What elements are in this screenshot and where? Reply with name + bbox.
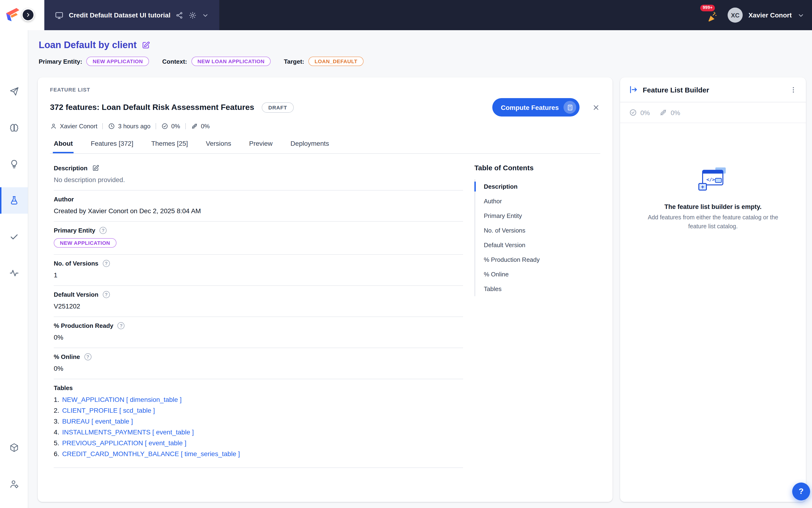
code-window-illustration: </> +	[695, 167, 730, 193]
workspace-title: Credit Default Dataset UI tutorial	[69, 11, 171, 19]
builder-online-stat: 0%	[659, 109, 680, 117]
notifications-button[interactable]: 999+	[704, 7, 720, 23]
section-default-version: Default Version ? V251202	[54, 286, 463, 317]
sidebar-bottom-group	[0, 434, 28, 508]
app-root: Credit Default Dataset UI tutorial 999+	[0, 0, 812, 508]
sidebar-item-approvals[interactable]	[0, 223, 28, 250]
chevron-right-icon	[25, 12, 31, 18]
tab-deployments[interactable]: Deployments	[289, 139, 330, 153]
online-label: % Online	[54, 353, 80, 361]
table-number: 2.	[54, 407, 59, 414]
table-link[interactable]: BUREAU [ event_table ]	[62, 417, 133, 425]
kebab-icon	[790, 86, 797, 94]
left-icon-sidebar	[0, 30, 28, 508]
divider	[102, 123, 103, 129]
table-link[interactable]: CREDIT_CARD_MONTHLY_BALANCE [ time_serie…	[62, 450, 240, 458]
help-tooltip-icon[interactable]: ?	[84, 353, 91, 361]
description-label: Description	[54, 164, 87, 171]
table-link[interactable]: PREVIOUS_APPLICATION [ event_table ]	[62, 439, 186, 447]
tab-preview[interactable]: Preview	[248, 139, 274, 153]
link-slash-icon	[191, 123, 198, 130]
primary-entity-value-pill[interactable]: NEW APPLICATION	[54, 238, 116, 248]
toc-item-description[interactable]: Description	[475, 179, 568, 194]
toc-item-versions[interactable]: No. of Versions	[475, 223, 568, 238]
cube-icon	[9, 442, 19, 453]
help-button[interactable]: ?	[792, 482, 810, 501]
table-link[interactable]: INSTALLMENTS_PAYMENTS [ event_table ]	[62, 428, 194, 436]
compute-features-button[interactable]: Compute Features	[492, 98, 580, 117]
sidebar-item-packages[interactable]	[0, 434, 28, 461]
table-number: 4.	[54, 428, 59, 436]
toc-title: Table of Contents	[475, 164, 568, 172]
compute-features-label: Compute Features	[501, 103, 559, 111]
user-name: Xavier Conort	[748, 11, 792, 19]
sidebar-item-ai[interactable]	[0, 115, 28, 141]
versions-label: No. of Versions	[54, 260, 98, 267]
primary-entity-pill[interactable]: NEW APPLICATION	[87, 56, 149, 66]
builder-header: Feature List Builder	[620, 77, 806, 102]
tables-list: 1.NEW_APPLICATION [ dimension_table ] 2.…	[54, 396, 463, 458]
topbar: Credit Default Dataset UI tutorial 999+	[0, 0, 812, 30]
online-value: 0%	[54, 365, 463, 372]
pencil-square-icon	[92, 164, 99, 172]
help-tooltip-icon[interactable]: ?	[102, 291, 109, 298]
help-tooltip-icon[interactable]: ?	[102, 260, 109, 267]
divider	[185, 123, 186, 129]
table-list-item: 1.NEW_APPLICATION [ dimension_table ]	[54, 396, 463, 403]
paper-plane-icon	[9, 86, 19, 97]
calculator-icon	[563, 101, 576, 114]
activity-icon	[9, 268, 19, 278]
tab-themes[interactable]: Themes [25]	[150, 139, 189, 153]
feature-list-title: 372 features: Loan Default Risk Assessme…	[50, 102, 254, 112]
builder-production-ready-value: 0%	[640, 109, 650, 116]
builder-online-value: 0%	[671, 109, 680, 116]
tab-features[interactable]: Features [372]	[90, 139, 134, 153]
page-title: Loan Default by client	[39, 40, 137, 50]
topbar-right-cluster: 999+ XC Xavier Conort	[704, 7, 812, 23]
context-pill[interactable]: NEW LOAN APPLICATION	[191, 56, 271, 66]
sidebar-expand-button[interactable]	[22, 8, 35, 21]
table-list-item: 2.CLIENT_PROFILE [ scd_table ]	[54, 407, 463, 414]
builder-menu-button[interactable]	[790, 86, 797, 94]
help-tooltip-icon[interactable]: ?	[118, 322, 125, 329]
close-panel-button[interactable]	[592, 103, 600, 112]
sidebar-item-explore[interactable]	[0, 78, 28, 105]
primary-entity-section-label: Primary Entity	[54, 227, 95, 234]
sidebar-item-monitoring[interactable]	[0, 260, 28, 286]
toc-item-online[interactable]: % Online	[475, 267, 568, 282]
table-link[interactable]: CLIENT_PROFILE [ scd_table ]	[62, 407, 155, 414]
builder-stats-row: 0% 0%	[620, 102, 806, 123]
edit-title-button[interactable]	[141, 41, 150, 49]
check-icon	[9, 231, 19, 242]
table-list-item: 4.INSTALLMENTS_PAYMENTS [ event_table ]	[54, 428, 463, 436]
builder-empty-title: The feature list builder is empty.	[640, 203, 786, 210]
flask-icon	[9, 195, 19, 206]
toc-item-production-ready[interactable]: % Production Ready	[475, 252, 568, 267]
edit-description-button[interactable]	[92, 164, 99, 172]
user-menu-chevron-down-icon[interactable]	[797, 11, 805, 18]
versions-value: 1	[54, 271, 463, 279]
settings-gear-button[interactable]	[189, 11, 197, 19]
table-link[interactable]: NEW_APPLICATION [ dimension_table ]	[62, 396, 182, 403]
main-content: Loan Default by client Primary Entity: N…	[28, 30, 812, 508]
workspace-chevron-down-icon[interactable]	[202, 11, 209, 18]
app-logo-icon[interactable]	[4, 7, 21, 22]
description-value: No description provided.	[54, 176, 463, 183]
sidebar-item-user-settings[interactable]	[0, 471, 28, 497]
sidebar-item-insights[interactable]	[0, 151, 28, 177]
toc-item-author[interactable]: Author	[475, 194, 568, 209]
production-ready-value: 0%	[54, 334, 463, 341]
share-button[interactable]	[176, 11, 184, 19]
target-pill[interactable]: LOAN_DEFAULT	[308, 56, 364, 66]
user-avatar[interactable]: XC	[728, 7, 743, 23]
meta-production-ready-value: 0%	[171, 123, 180, 130]
help-tooltip-icon[interactable]: ?	[99, 227, 106, 234]
toc-item-default-version[interactable]: Default Version	[475, 238, 568, 252]
sidebar-item-experiments[interactable]	[0, 187, 28, 214]
workspace-switcher[interactable]: Credit Default Dataset UI tutorial	[44, 0, 220, 30]
toc-item-tables[interactable]: Tables	[475, 282, 568, 296]
section-online: % Online ? 0%	[54, 348, 463, 379]
tab-about[interactable]: About	[53, 139, 74, 153]
tab-versions[interactable]: Versions	[205, 139, 232, 153]
toc-item-primary-entity[interactable]: Primary Entity	[475, 209, 568, 223]
